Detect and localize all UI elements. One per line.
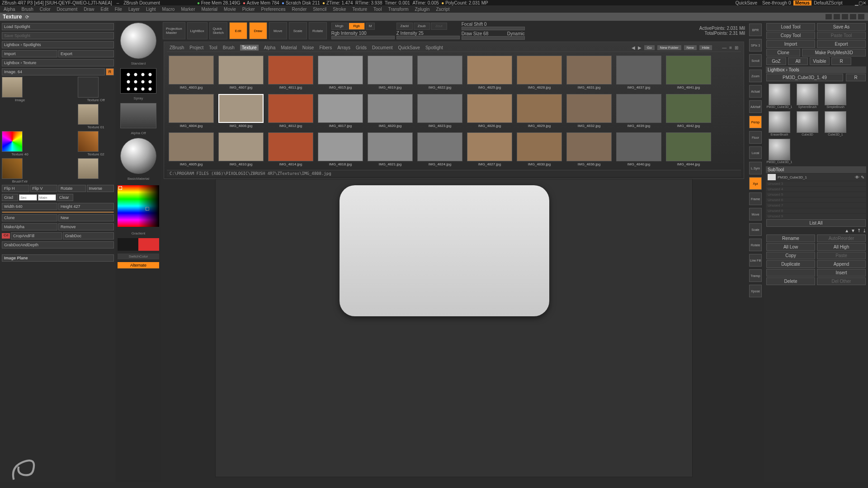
stroke-icon[interactable] — [120, 68, 156, 94]
append-button[interactable]: Append — [817, 260, 866, 268]
viewtool-rotate[interactable]: Rotate — [749, 239, 762, 251]
menu-movie[interactable]: Movie — [224, 7, 236, 12]
export-button[interactable]: Export — [58, 50, 114, 57]
clone-button[interactable]: Clone — [2, 214, 57, 221]
lb-next-icon[interactable]: ▶ — [638, 45, 642, 50]
texture-thumb[interactable]: IMG_4815.jpg — [318, 56, 363, 89]
tool-item[interactable]: EraserBrush — [767, 111, 792, 136]
save-as-button[interactable]: Save As — [817, 23, 866, 31]
texture-swatch[interactable] — [78, 77, 99, 98]
lb-tab-tool[interactable]: Tool — [209, 45, 217, 50]
viewtool-scroll[interactable]: Scroll — [749, 54, 762, 67]
see-through[interactable]: See-through 0 — [762, 0, 791, 5]
menu-marker[interactable]: Marker — [181, 7, 195, 12]
remove-button[interactable]: Remove — [58, 223, 114, 230]
viewtool-zoom[interactable]: Zoom — [749, 70, 762, 82]
menu-zplugin[interactable]: Zplugin — [415, 7, 430, 12]
lb-list-icon[interactable]: ≡ — [729, 45, 732, 50]
del-other-button[interactable]: Del Other — [817, 277, 866, 285]
arrow-up-icon[interactable]: ▲ — [844, 228, 849, 233]
viewtool-frame[interactable]: Frame — [749, 192, 762, 205]
subtool-row[interactable]: Unused 3 — [766, 181, 866, 186]
lb-go[interactable]: Go — [644, 45, 655, 50]
makealpha-button[interactable]: MakeAlpha — [2, 223, 57, 230]
duplicate-button[interactable]: Duplicate — [766, 260, 815, 268]
all-high-button[interactable]: All High — [817, 243, 866, 251]
load-tool-button[interactable]: Load Tool — [766, 23, 815, 31]
insert-button[interactable]: Insert — [817, 269, 866, 277]
delete-button[interactable]: Delete — [766, 277, 815, 285]
menu-material[interactable]: Material — [202, 7, 218, 12]
texture-thumb[interactable]: IMG_4837.jpg — [616, 56, 661, 89]
r-button[interactable]: R — [106, 68, 114, 75]
image-plane-header[interactable]: Image Plane — [2, 254, 114, 262]
tool-item[interactable]: Cube3D_1 — [823, 111, 848, 136]
rotate-button[interactable]: Rotate — [309, 22, 327, 39]
move-button[interactable]: Move — [269, 22, 287, 39]
inverse-button[interactable]: Inverse — [87, 185, 114, 192]
fliph-button[interactable]: Flip H — [2, 185, 29, 192]
viewtool-aahalf[interactable]: AAHalf — [749, 100, 762, 113]
lb-tab-document[interactable]: Document — [372, 45, 393, 50]
cropandfill-button[interactable]: CropAndFill — [11, 232, 62, 239]
texture-thumb[interactable]: IMG_4825.jpg — [467, 56, 512, 89]
flipv-button[interactable]: Flip V — [30, 185, 58, 192]
focal-shift-slider[interactable] — [462, 27, 525, 30]
quicksave-button[interactable]: QuickSave — [736, 0, 757, 5]
texture-swatch[interactable] — [2, 131, 23, 152]
subtool-row[interactable]: Unused 4 — [766, 187, 866, 192]
texture-thumb[interactable]: IMG_4839.jpg — [616, 94, 661, 128]
lb-minus-icon[interactable]: — — [722, 45, 726, 50]
grabdocdepth-button[interactable]: GrabDocAndDepth — [2, 241, 114, 249]
lightbox-texture-button[interactable]: Lightbox › Texture — [2, 59, 114, 66]
tool-item[interactable]: PM3D_Cube3D_1 — [767, 84, 792, 108]
lb-tab-brush[interactable]: Brush — [223, 45, 235, 50]
draw-button[interactable]: Draw — [249, 22, 267, 39]
lb-prev-icon[interactable]: ◀ — [632, 45, 635, 50]
texture-thumb[interactable]: IMG_4844.jpg — [666, 132, 711, 166]
autoreorder-button[interactable]: AutoReorder — [817, 235, 866, 242]
texture-thumb[interactable]: IMG_4817.jpg — [318, 94, 363, 128]
export-tool-button[interactable]: Export — [817, 40, 866, 48]
texture-swatch[interactable] — [78, 104, 99, 125]
canvas-top-icon[interactable] — [858, 14, 864, 19]
main-input[interactable] — [38, 194, 56, 201]
lb-tab-material[interactable]: Material — [281, 45, 297, 50]
texture-thumb[interactable]: IMG_4842.jpg — [666, 94, 711, 128]
menu-tool[interactable]: Tool — [373, 7, 382, 12]
menu-stencil[interactable]: Stencil — [313, 7, 326, 12]
make-polymesh3d-button[interactable]: Make PolyMesh3D — [802, 49, 866, 56]
lightbox-button[interactable]: LightBox — [187, 22, 208, 39]
subtool-copy-button[interactable]: Copy — [766, 252, 815, 259]
menu-preferences[interactable]: Preferences — [261, 7, 286, 12]
alternate-button[interactable]: Alternate — [118, 262, 159, 268]
menus-toggle[interactable]: Menus — [793, 0, 811, 5]
texture-thumb[interactable]: IMG_4826.jpg — [467, 94, 512, 128]
subtool-paste-button[interactable]: Paste — [817, 252, 866, 259]
menu-color[interactable]: Color — [40, 7, 51, 12]
texture-thumb[interactable]: IMG_4822.jpg — [417, 56, 462, 89]
new-button[interactable]: New — [58, 214, 114, 221]
texture-thumb[interactable]: IMG_4818.jpg — [318, 132, 363, 166]
lb-tab-fibers[interactable]: Fibers — [319, 45, 332, 50]
subtool-row[interactable]: Unused 5 — [766, 192, 866, 197]
mrgb-button[interactable]: Mrgb — [331, 23, 348, 30]
color-picker[interactable] — [118, 185, 159, 227]
texture-thumb[interactable]: IMG_4836.jpg — [566, 132, 612, 166]
texture-thumb[interactable]: IMG_4827.jpg — [467, 132, 512, 166]
window-max-icon[interactable]: ▢ — [859, 0, 863, 5]
texture-swatch[interactable] — [2, 158, 23, 179]
texture-thumb[interactable]: IMG_4803.jpg — [169, 56, 214, 89]
color-swap[interactable] — [118, 238, 159, 251]
viewtool-scale[interactable]: Scale — [749, 223, 762, 236]
menu-layer[interactable]: Layer — [128, 7, 140, 12]
viewtool-persp[interactable]: Persp — [749, 116, 762, 128]
lb-grid-icon[interactable]: ⊞ — [735, 45, 738, 50]
viewtool-bpr[interactable]: BPR — [749, 23, 762, 36]
window-close-icon[interactable]: ✕ — [863, 0, 866, 5]
lb-tab-project[interactable]: Project — [189, 45, 203, 50]
texture-thumb[interactable]: IMG_4829.jpg — [517, 94, 562, 128]
import-tool-button[interactable]: Import — [766, 40, 815, 48]
rgb-button[interactable]: Rgb — [349, 23, 365, 30]
menu-document[interactable]: Document — [57, 7, 78, 12]
